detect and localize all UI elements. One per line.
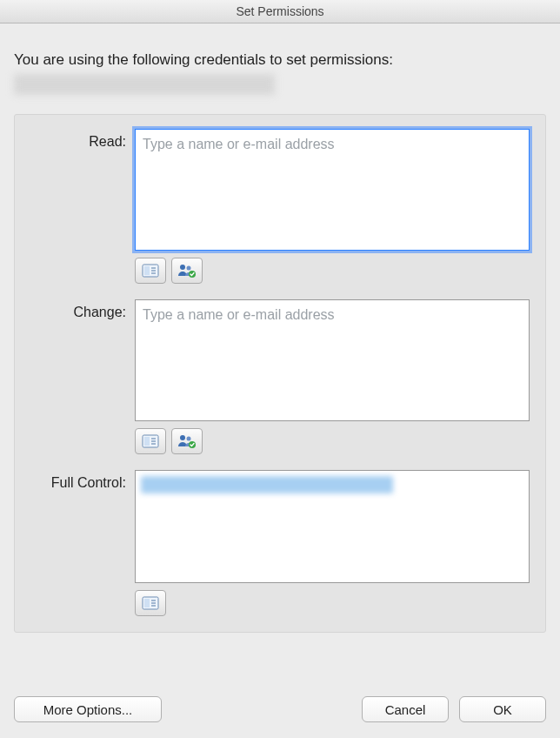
svg-rect-9 [144,437,150,446]
read-icon-row [135,258,530,284]
address-book-icon [142,434,159,448]
perm-field-full-control [135,470,530,616]
intro-text: You are using the following credentials … [14,51,546,69]
perm-row-read: Read: [30,129,530,284]
change-icon-row [135,428,530,454]
address-book-icon [142,264,159,278]
check-names-button[interactable] [171,428,203,454]
perm-row-full-control: Full Control: [30,470,530,616]
address-book-button[interactable] [135,590,166,616]
svg-rect-17 [144,599,150,607]
svg-point-14 [187,437,191,441]
perm-label-change: Change: [30,299,126,454]
cancel-button[interactable]: Cancel [362,696,449,722]
ok-button[interactable]: OK [459,696,546,722]
more-options-button[interactable]: More Options... [14,696,162,722]
change-input[interactable] [135,299,530,421]
address-book-button[interactable] [135,258,166,284]
full-control-entry[interactable] [141,476,393,493]
perm-field-read [135,129,530,284]
full-control-icon-row [135,590,530,616]
svg-point-13 [180,435,185,440]
people-check-icon [177,433,197,449]
people-check-icon [177,263,197,278]
set-permissions-dialog: Set Permissions You are using the follow… [0,0,560,738]
check-names-button[interactable] [171,258,203,284]
dialog-title: Set Permissions [0,0,560,23]
read-input[interactable] [135,129,530,251]
perm-label-full-control: Full Control: [30,470,126,616]
full-control-list[interactable] [135,470,530,583]
dialog-footer: More Options... Cancel OK [0,684,560,738]
svg-point-5 [180,265,185,270]
address-book-button[interactable] [135,428,166,454]
perm-row-change: Change: [30,299,530,454]
dialog-content: You are using the following credentials … [0,23,560,684]
perm-label-read: Read: [30,129,126,284]
permissions-panel: Read: [14,114,546,633]
credential-display [14,74,275,95]
address-book-icon [142,596,159,610]
perm-field-change [135,299,530,454]
svg-point-6 [187,266,191,271]
svg-rect-1 [144,266,150,275]
